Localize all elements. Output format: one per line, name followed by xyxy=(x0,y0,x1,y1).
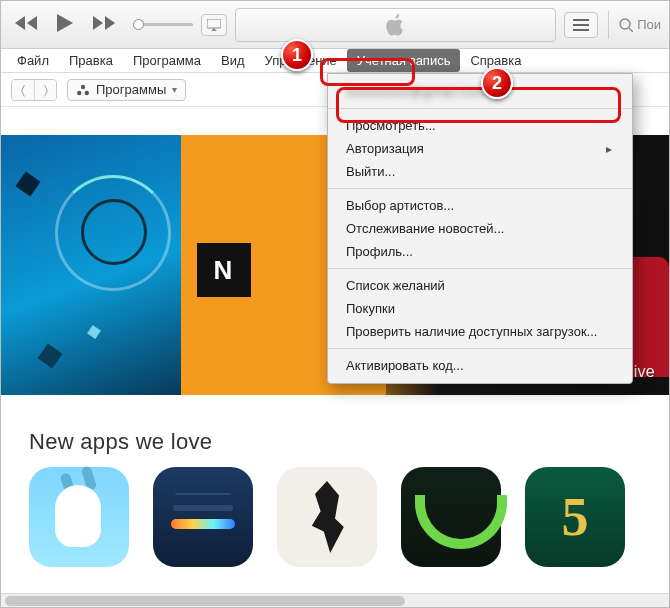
dropdown-authorization-label: Авторизация xyxy=(346,141,424,156)
hero-tile-left[interactable] xyxy=(1,135,181,395)
menu-file[interactable]: Файл xyxy=(7,49,59,72)
section-title: New apps we love xyxy=(1,407,669,467)
dropdown-profile[interactable]: Профиль... xyxy=(328,240,632,263)
airplay-icon xyxy=(207,19,221,31)
svg-line-2 xyxy=(629,28,633,32)
apple-icon xyxy=(385,13,407,37)
annotation-badge-2: 2 xyxy=(481,67,513,99)
play-button[interactable] xyxy=(51,10,79,39)
menu-bar: Файл Правка Программа Вид Управление Уче… xyxy=(1,49,669,73)
dropdown-separator xyxy=(328,188,632,189)
app-tile-4[interactable] xyxy=(401,467,501,567)
app-tile-2[interactable] xyxy=(153,467,253,567)
nav-back-button[interactable]: 〈 xyxy=(12,80,34,100)
play-icon xyxy=(57,14,73,32)
dropdown-wishlist[interactable]: Список желаний xyxy=(328,274,632,297)
view-selector-button[interactable] xyxy=(564,12,598,38)
player-bar: Пои xyxy=(1,1,669,49)
dropdown-separator xyxy=(328,268,632,269)
nav-forward-button[interactable]: 〉 xyxy=(34,80,56,100)
dropdown-choose-artists[interactable]: Выбор артистов... xyxy=(328,194,632,217)
next-track-button[interactable] xyxy=(87,12,121,37)
svg-point-5 xyxy=(85,90,89,94)
prev-track-button[interactable] xyxy=(9,12,43,37)
dropdown-news-tracking[interactable]: Отслеживание новостей... xyxy=(328,217,632,240)
app-tile-5[interactable] xyxy=(525,467,625,567)
category-selector[interactable]: Программы ▾ xyxy=(67,79,186,101)
now-playing-lcd xyxy=(235,8,556,42)
dropdown-account-email[interactable]: xxxxxxxxx@gmail.com xyxy=(328,80,632,103)
account-dropdown: xxxxxxxxx@gmail.com Просмотреть... Автор… xyxy=(327,73,633,384)
menu-program[interactable]: Программа xyxy=(123,49,211,72)
nav-back-forward: 〈 〉 xyxy=(11,79,57,101)
volume-slider[interactable] xyxy=(133,23,193,26)
dropdown-redeem-code[interactable]: Активировать код... xyxy=(328,354,632,377)
search-icon xyxy=(619,18,633,32)
menu-view[interactable]: Вид xyxy=(211,49,255,72)
forward-icon xyxy=(93,16,115,30)
dropdown-separator xyxy=(328,348,632,349)
app-row xyxy=(1,467,669,567)
airplay-button[interactable] xyxy=(201,14,227,36)
app-tile-1[interactable] xyxy=(29,467,129,567)
account-email-text: xxxxxxxxx@gmail.com xyxy=(346,84,486,99)
player-right-cluster: Пои xyxy=(564,11,661,39)
svg-rect-0 xyxy=(207,19,221,28)
dropdown-sign-out[interactable]: Выйти... xyxy=(328,160,632,183)
svg-point-1 xyxy=(620,19,630,29)
category-label: Программы xyxy=(96,82,166,97)
svg-point-4 xyxy=(77,90,81,94)
scrollbar-thumb[interactable] xyxy=(5,596,405,606)
search-field[interactable]: Пои xyxy=(619,17,661,32)
horizontal-scrollbar[interactable] xyxy=(1,593,669,607)
dropdown-view-account[interactable]: Просмотреть... xyxy=(328,114,632,137)
submenu-chevron-icon: ▸ xyxy=(606,142,612,156)
divider xyxy=(608,11,609,39)
svg-point-3 xyxy=(81,84,85,88)
dropdown-separator xyxy=(328,108,632,109)
annotation-badge-1: 1 xyxy=(281,39,313,71)
chevron-updown-icon: ▾ xyxy=(172,84,177,95)
list-icon xyxy=(573,19,589,31)
menu-edit[interactable]: Правка xyxy=(59,49,123,72)
apps-category-icon xyxy=(76,83,90,97)
dropdown-authorization[interactable]: Авторизация ▸ xyxy=(328,137,632,160)
hero-logo-badge: N xyxy=(197,243,251,297)
menu-account[interactable]: Учетная запись xyxy=(347,49,461,72)
search-placeholder: Пои xyxy=(637,17,661,32)
rewind-icon xyxy=(15,16,37,30)
dropdown-purchases[interactable]: Покупки xyxy=(328,297,632,320)
app-tile-3[interactable] xyxy=(277,467,377,567)
dropdown-check-downloads[interactable]: Проверить наличие доступных загрузок... xyxy=(328,320,632,343)
volume-knob[interactable] xyxy=(133,19,144,30)
